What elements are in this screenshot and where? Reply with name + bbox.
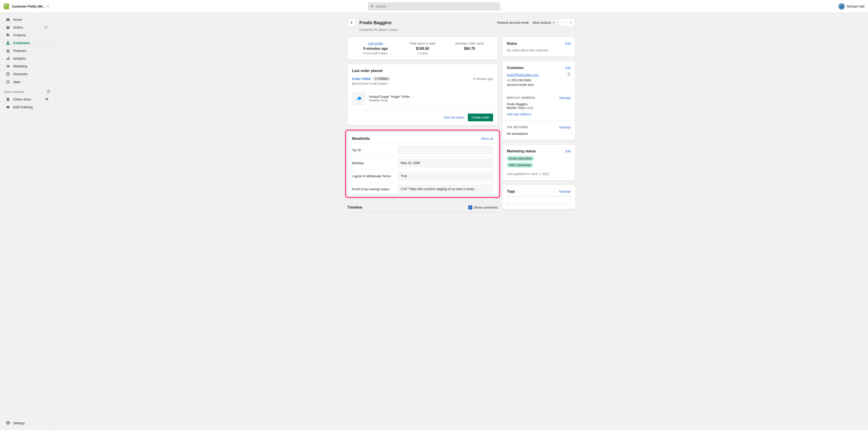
main-content: Frodo Baggins Resend account invite More… [55,13,868,430]
notes-edit-link[interactable]: Edit [565,42,571,46]
invite-status: Account invite sent [507,83,571,87]
metafield-input[interactable]: True [398,172,493,180]
show-all-link[interactable]: Show all [481,137,493,141]
tags-input[interactable] [507,196,571,204]
customer-email-link[interactable]: frodo@heliumdev.com [507,73,538,77]
badge-dot-icon [375,78,376,80]
address-manage-link[interactable]: Manage [559,96,571,99]
sidebar-item-settings[interactable]: Settings [2,420,53,427]
arrow-left-icon [349,21,354,25]
user-name[interactable]: Michael Hall [847,5,864,8]
sidebar-item-apps[interactable]: Apps [2,78,53,85]
stat-total-spent: Total spent to date $169.50 2 orders [399,41,446,55]
pager [558,18,575,27]
stat-sub: From Draft Orders [352,52,399,55]
search-input[interactable] [376,5,497,8]
stat-value: $84.75 [446,47,493,51]
back-button[interactable] [347,19,356,27]
sidebar-item-b2b[interactable]: B2B Ordering [2,104,53,111]
sidebar-item-finances[interactable]: Finances [2,47,53,54]
products-icon [6,33,10,37]
app-switcher[interactable]: Customer Fields (Mi… [12,5,49,8]
sidebar-item-orders[interactable]: Orders 1 [2,24,53,31]
metafield-label: I agree to Wholesale Terms [352,174,393,178]
search-box[interactable] [368,2,500,10]
show-comments-checkbox[interactable]: ✓ [468,205,472,209]
order-time: 9 minutes ago [473,77,493,81]
sidebar-item-label: B2B Ordering [13,105,33,109]
timeline-title: Timeline [347,205,362,209]
metafield-input[interactable] [398,146,493,154]
clipboard-icon[interactable] [567,73,571,77]
sidebar-item-online-store[interactable]: Online Store [2,96,53,103]
metafield-input[interactable]: May 23, 1985 [398,159,493,167]
customer-card: Customer Edit frodo@heliumdev.com +1 253… [502,61,575,140]
apps-icon [6,80,10,84]
view-all-orders-link[interactable]: View all orders [443,116,464,119]
tax-manage-link[interactable]: Manage [559,125,571,129]
avatar[interactable]: 👤 [838,3,845,9]
analytics-icon [6,56,10,61]
order-number-link[interactable]: Order #1002 [352,77,371,81]
last-order-title: Last order placed [352,69,493,73]
metafield-row: Birthday May 23, 1985 [347,156,498,170]
sidebar-item-label: Online Store [13,97,31,101]
product-variant: Heather Grey [369,98,413,102]
metafield-input[interactable]: {"url":"https://he-customr-staging.s3.us… [398,185,493,193]
finances-icon [6,49,10,53]
store-icon [6,97,10,102]
sidebar: Home Orders 1 Products Customers Finance… [0,13,55,430]
stat-sub: 2 orders [399,52,446,55]
marketing-edit-link[interactable]: Edit [565,149,571,153]
sidebar-item-discounts[interactable]: Discounts [2,70,53,78]
tags-manage-link[interactable]: Manage [559,190,571,193]
sidebar-item-marketing[interactable]: Marketing [2,63,53,70]
sidebar-item-analytics[interactable]: Analytics [2,55,53,62]
eye-icon[interactable] [45,97,49,102]
stat-last-order: Last Order 9 minutes ago From Draft Orde… [352,41,399,55]
topbar: Customer Fields (Mi… 👤 Michael Hall [0,0,868,13]
status-badge: Fulfilled [373,77,391,81]
sidebar-item-customers[interactable]: Customers [2,39,53,47]
svg-rect-5 [8,80,9,82]
resend-invite-action[interactable]: Resend account invite [497,21,529,24]
sidebar-item-label: Orders [13,26,23,29]
stat-avg-value: Average order value $84.75 [446,41,493,55]
metafields-title: Metafields [352,137,370,141]
add-channel-icon[interactable] [47,90,51,94]
metafield-row: I agree to Wholesale Terms True [347,170,498,182]
page-subtitle: Customer for about 2 years [359,28,575,31]
pager-next[interactable] [567,19,575,27]
last-order-link[interactable]: Last Order [368,41,383,45]
home-icon [6,18,10,22]
svg-rect-4 [7,80,8,82]
add-address-link[interactable]: Add new address [507,112,531,116]
product-name: Husky/Cougar "Hugar" Embr… [369,95,413,98]
shopify-logo-icon[interactable] [4,3,9,9]
more-actions-button[interactable]: More actions [533,21,554,24]
stat-value: 9 minutes ago [352,47,399,51]
caret-down-icon [47,6,49,7]
pager-prev[interactable] [559,19,567,27]
tax-settings-label: TAX SETTINGS [507,126,528,129]
customer-edit-link[interactable]: Edit [565,66,571,70]
stat-label: Average order value [446,41,493,45]
address-line2: Mordor Tours, LLC [507,106,571,110]
sidebar-item-home[interactable]: Home [2,16,53,23]
marketing-pill: SMS subscribed [507,163,533,168]
app-name: Customer Fields (Mi… [12,5,46,8]
metafield-row: Proof of tax-exempt status {"url":"https… [347,182,498,196]
stats-card: Last Order 9 minutes ago From Draft Orde… [347,37,498,60]
sidebar-item-products[interactable]: Products [2,31,53,39]
customer-title: Customer [507,66,524,70]
marketing-updated: Last updated on June 1, 2022. [507,172,571,176]
chevron-left-icon [561,21,564,24]
orders-badge: 1 [43,26,49,29]
svg-rect-7 [8,82,9,83]
metafields-highlight: Metafields Show all Tax ID Birthday May … [345,130,500,198]
create-order-button[interactable]: Create order [468,114,493,121]
sidebar-item-label: Finances [13,49,26,53]
show-comments-label: Show comments [474,206,498,209]
marketing-pill: Email subscribed [507,156,534,161]
sales-channels-label: Sales channels [4,90,24,93]
